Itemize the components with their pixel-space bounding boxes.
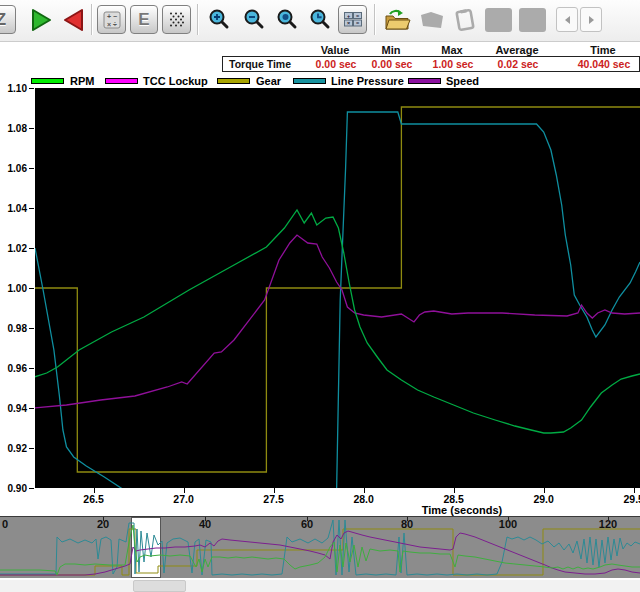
zoom-out-button[interactable]	[238, 5, 269, 34]
horizontal-scrollbar[interactable]	[0, 580, 640, 592]
stats-column-header: Time	[590, 44, 615, 56]
e-button[interactable]: E	[130, 5, 158, 34]
calculator-icon: + − × ÷	[103, 11, 121, 29]
minimap-tick-mark	[103, 517, 104, 521]
clipboard-button[interactable]	[449, 5, 481, 34]
y-tick-mark	[29, 488, 34, 489]
svg-text:=: =	[355, 13, 358, 19]
svg-text:=: =	[355, 20, 358, 26]
table-grid-button[interactable]: + = × =	[338, 5, 367, 34]
save-button[interactable]	[416, 5, 448, 34]
calculator-button[interactable]: + − × ÷	[97, 5, 126, 34]
legend-label: Gear	[256, 75, 281, 87]
legend-label: Speed	[446, 75, 479, 87]
z-button-label: Z	[0, 10, 6, 30]
main-chart-plot[interactable]	[35, 88, 640, 488]
stats-table: ValueMinMaxAverageTime Torque Time 0.00 …	[0, 42, 640, 75]
table-grid-icon: + = × =	[344, 12, 362, 27]
y-tick-mark	[29, 328, 34, 329]
minimap-trace-gear	[0, 529, 640, 575]
zoom-in-icon	[207, 8, 231, 32]
open-folder-icon	[383, 8, 411, 32]
tool-button-2[interactable]	[519, 8, 546, 32]
x-tick-label: 27.5	[263, 493, 283, 505]
stat-value: 0.02 sec	[498, 58, 539, 70]
svg-text:×: ×	[346, 20, 349, 26]
chart-legend: RPMTCC LockupGearLine PressureSpeed	[0, 75, 640, 89]
x-tick-label: 26.5	[83, 493, 103, 505]
play-forward-button[interactable]	[26, 5, 56, 34]
stats-column-header: Max	[441, 44, 462, 56]
x-axis-title: Time (seconds)	[422, 504, 503, 516]
e-button-label: E	[138, 10, 149, 30]
stat-value: 0.00 sec	[372, 58, 413, 70]
dot-matrix-icon	[168, 11, 185, 28]
zoom-in-button[interactable]	[203, 5, 234, 34]
y-tick-mark	[29, 168, 34, 169]
legend-label: Line Pressure	[331, 75, 404, 87]
y-axis: 1.101.081.061.041.021.000.980.960.940.92…	[0, 88, 35, 488]
y-tick-mark	[29, 288, 34, 289]
svg-text:+: +	[346, 13, 349, 19]
y-tick-label: 1.04	[8, 203, 27, 214]
minimap-tick-mark	[205, 517, 206, 521]
scrollbar-thumb[interactable]	[133, 580, 186, 592]
prev-button[interactable]	[556, 7, 578, 32]
stat-value: 1.00 sec	[433, 58, 474, 70]
legend-swatch-gear	[217, 78, 250, 84]
legend-swatch-speed	[408, 78, 441, 84]
minimap-tick-label: 0	[2, 518, 8, 530]
datalog-app-window: Z + − × ÷ E	[0, 0, 640, 592]
toolbar-separator	[91, 4, 92, 35]
y-tick-mark	[29, 368, 34, 369]
y-tick-label: 0.94	[8, 403, 27, 414]
dot-matrix-button[interactable]	[162, 5, 191, 34]
toolbar-separator	[374, 4, 375, 35]
tool-button-1[interactable]	[485, 8, 512, 32]
legend-label: TCC Lockup	[143, 75, 208, 87]
trace-speed	[35, 235, 640, 408]
y-tick-label: 1.02	[8, 243, 27, 254]
stats-column-header: Average	[495, 44, 538, 56]
save-icon	[419, 10, 445, 30]
y-tick-mark	[29, 128, 34, 129]
y-tick-label: 0.98	[8, 323, 27, 334]
trace-line_pressure	[35, 248, 124, 488]
minimap-tick-mark	[307, 517, 308, 521]
minimap-trace-speed	[0, 531, 640, 575]
play-reverse-button[interactable]	[59, 5, 89, 34]
zoom-time-icon	[308, 8, 332, 32]
stat-value: 40.040 sec	[578, 58, 631, 70]
zoom-data-button[interactable]	[271, 5, 302, 34]
y-tick-label: 0.96	[8, 363, 27, 374]
overview-minimap[interactable]: 020406080100120	[0, 516, 640, 578]
play-forward-icon	[29, 7, 53, 33]
next-button[interactable]	[580, 7, 602, 32]
x-tick-label: 28.0	[353, 493, 373, 505]
svg-text:× ÷: × ÷	[107, 20, 117, 27]
open-file-button[interactable]	[381, 5, 413, 34]
minimap-tick-mark	[407, 517, 408, 521]
y-tick-mark	[29, 448, 34, 449]
prev-arrow-icon	[565, 16, 570, 24]
legend-swatch-rpm	[31, 78, 64, 84]
stats-column-header: Value	[321, 44, 350, 56]
y-tick-mark	[29, 408, 34, 409]
next-arrow-icon	[589, 16, 594, 24]
stats-column-header: Min	[382, 44, 401, 56]
chart-traces	[35, 88, 640, 488]
z-button[interactable]: Z	[0, 5, 16, 34]
toolbar-separator	[197, 4, 198, 35]
zoom-out-icon	[242, 8, 266, 32]
stats-row-torque-time[interactable]: Torque Time 0.00 sec0.00 sec1.00 sec0.02…	[222, 56, 640, 72]
y-tick-label: 1.06	[8, 163, 27, 174]
y-tick-label: 1.10	[8, 83, 27, 94]
x-tick-label: 29.0	[533, 493, 553, 505]
x-axis: 26.527.027.528.028.529.029.5	[35, 488, 640, 516]
zoom-time-button[interactable]	[304, 5, 335, 34]
stat-value: 0.00 sec	[316, 58, 357, 70]
y-tick-mark	[29, 88, 34, 89]
legend-swatch-tcc-lockup	[105, 78, 138, 84]
legend-swatch-line-pressure	[293, 78, 326, 84]
play-reverse-icon	[62, 7, 86, 33]
